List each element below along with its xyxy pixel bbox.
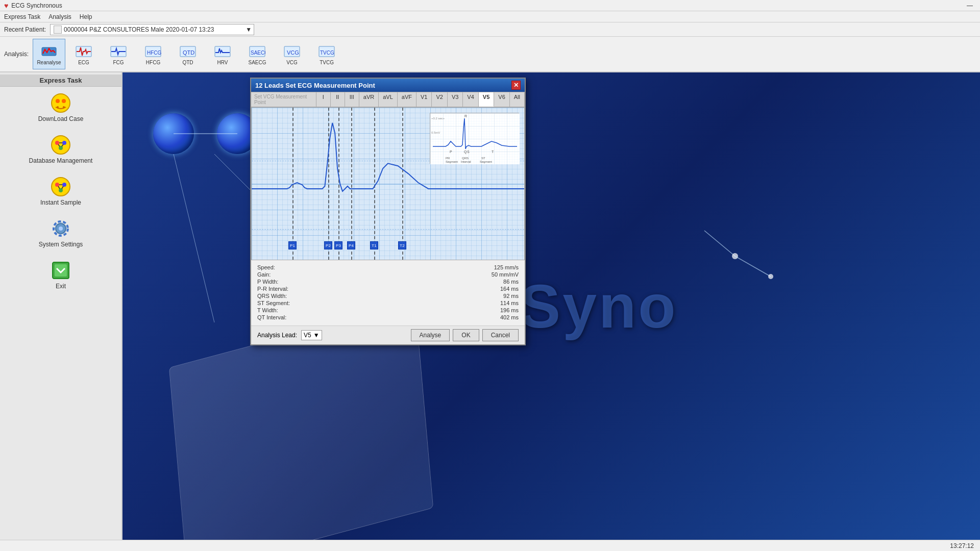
stat-speed-value: 125 mm/s bbox=[494, 264, 519, 270]
tab-I[interactable]: I bbox=[316, 92, 331, 107]
sidebar-item-system-settings[interactable]: System Settings bbox=[12, 212, 109, 254]
mpoint-P1[interactable]: P1 bbox=[288, 241, 297, 249]
dialog-title: 12 Leads Set ECG Measurement Point bbox=[255, 82, 375, 89]
stat-t-width-label: T Width: bbox=[257, 307, 278, 313]
dialog-close-button[interactable]: ✕ bbox=[511, 81, 521, 90]
qtd-label: QTD bbox=[182, 60, 193, 65]
main-area: Express Task DownLoad Case bbox=[0, 72, 980, 540]
tool-qtd[interactable]: QTD QTD bbox=[172, 39, 204, 69]
stat-qrs-width: QRS Width: 92 ms bbox=[257, 293, 519, 299]
sidebar-item-exit[interactable]: Exit bbox=[12, 254, 109, 296]
svg-text:QTD: QTD bbox=[183, 49, 194, 56]
tvcg-label: TVCG bbox=[320, 60, 334, 65]
statusbar: 13:27:12 bbox=[0, 540, 980, 551]
svg-text:HFCG: HFCG bbox=[147, 50, 161, 56]
stat-qt-interval-value: 402 ms bbox=[500, 314, 519, 320]
tool-hrv[interactable]: HRV bbox=[206, 39, 239, 69]
tab-II[interactable]: II bbox=[331, 92, 345, 107]
window-controls[interactable]: — bbox=[964, 2, 976, 9]
stat-gain: Gain: 50 mm/mV bbox=[257, 271, 519, 278]
menu-express-task[interactable]: Express Task bbox=[4, 13, 40, 20]
stat-qrs-width-label: QRS Width: bbox=[257, 293, 287, 299]
tool-tvcg[interactable]: TVCG TVCG bbox=[310, 39, 343, 69]
svg-text:QRS: QRS bbox=[462, 157, 469, 160]
analysis-lead-select[interactable]: V5 ▼ bbox=[301, 330, 322, 340]
ok-button[interactable]: OK bbox=[453, 329, 479, 341]
tool-vcg[interactable]: VCG VCG bbox=[276, 39, 308, 69]
analysis-label: Analysis: bbox=[4, 51, 29, 58]
tab-set-vcg[interactable]: Set VCG Measurement Point bbox=[251, 92, 316, 107]
dialog-content-area: Speed: 125 mm/s Gain: 50 mm/mV P Width: … bbox=[251, 260, 525, 325]
svg-rect-49 bbox=[430, 113, 520, 164]
sidebar-item-download-case[interactable]: DownLoad Case bbox=[12, 87, 109, 129]
recent-patient-bar: Recent Patient: 0000004 P&Z CONSULTORES … bbox=[0, 22, 980, 37]
minimize-button[interactable]: — bbox=[964, 2, 976, 9]
tool-reanalyse[interactable]: Reanalyse bbox=[33, 39, 65, 69]
svg-text:Interval: Interval bbox=[461, 160, 471, 163]
tab-V1[interactable]: V1 bbox=[416, 92, 432, 107]
dialog-bottom-bar: Analysis Lead: V5 ▼ Analyse OK Cancel bbox=[251, 325, 525, 344]
svg-point-21 bbox=[62, 141, 66, 145]
stat-pr-interval-label: P-R Interval: bbox=[257, 286, 288, 292]
menu-analysis[interactable]: Analysis bbox=[48, 13, 71, 20]
saecg-label: SAECG bbox=[249, 60, 266, 65]
sidebar-item-database-mgmt[interactable]: Database Management bbox=[12, 129, 109, 170]
mpoint-T1[interactable]: T1 bbox=[370, 241, 378, 249]
stat-p-width-value: 86 ms bbox=[503, 279, 519, 285]
sidebar-item-instant-sample[interactable]: Instant Sample bbox=[12, 170, 109, 212]
download-case-icon bbox=[51, 93, 71, 113]
tab-aVF[interactable]: aVF bbox=[398, 92, 416, 107]
svg-text:VCG: VCG bbox=[287, 49, 299, 56]
tab-V6[interactable]: V6 bbox=[494, 92, 509, 107]
analyse-button[interactable]: Analyse bbox=[411, 329, 450, 341]
tvcg-icon: TVCG bbox=[318, 43, 335, 60]
instant-sample-icon bbox=[51, 177, 71, 197]
tab-III[interactable]: III bbox=[345, 92, 359, 107]
tab-V2[interactable]: V2 bbox=[432, 92, 447, 107]
app-title: ECG Synchronous bbox=[11, 2, 62, 9]
tab-aVR[interactable]: aVR bbox=[359, 92, 379, 107]
stat-t-width-value: 196 ms bbox=[500, 307, 519, 313]
ecg-inset-diagram: P Q R S T +0.2 sec+ 0.5mV PR Segment QRS… bbox=[430, 113, 519, 164]
tab-V3[interactable]: V3 bbox=[448, 92, 463, 107]
vcg-label: VCG bbox=[286, 60, 298, 65]
stat-pr-interval-value: 164 ms bbox=[500, 286, 519, 292]
tab-V5[interactable]: V5 bbox=[479, 92, 494, 107]
system-settings-icon bbox=[51, 218, 71, 239]
svg-line-45 bbox=[735, 256, 771, 277]
dialog-buttons: Analyse OK Cancel bbox=[411, 329, 519, 341]
tab-aVL[interactable]: aVL bbox=[379, 92, 398, 107]
stat-speed: Speed: 125 mm/s bbox=[257, 264, 519, 270]
cancel-button[interactable]: Cancel bbox=[482, 329, 519, 341]
qtd-icon: QTD bbox=[180, 43, 196, 60]
tool-hfcg[interactable]: HFCG HFCG bbox=[137, 39, 169, 69]
tool-ecg[interactable]: ECG bbox=[67, 39, 100, 69]
svg-point-17 bbox=[57, 106, 59, 108]
mpoint-P2[interactable]: P2 bbox=[324, 241, 332, 249]
recent-patient-label: Recent Patient: bbox=[4, 26, 46, 33]
sidebar: Express Task DownLoad Case bbox=[0, 72, 122, 540]
instant-sample-label: Instant Sample bbox=[40, 199, 81, 206]
svg-text:S: S bbox=[467, 150, 470, 154]
tab-All[interactable]: All bbox=[510, 92, 525, 107]
svg-point-16 bbox=[62, 99, 66, 103]
stat-gain-value: 50 mm/mV bbox=[492, 271, 519, 278]
hrv-label: HRV bbox=[217, 60, 228, 65]
stat-p-width-label: P Width: bbox=[257, 279, 278, 285]
mpoint-P3[interactable]: P3 bbox=[334, 241, 342, 249]
stat-speed-label: Speed: bbox=[257, 264, 275, 270]
tab-V4[interactable]: V4 bbox=[463, 92, 478, 107]
lead-select-arrow: ▼ bbox=[313, 332, 320, 339]
fcg-label: FCG bbox=[113, 60, 124, 65]
svg-point-34 bbox=[59, 227, 63, 231]
ecg-icon bbox=[76, 43, 92, 60]
tool-fcg[interactable]: FCG bbox=[102, 39, 135, 69]
patient-dropdown-arrow[interactable]: ▼ bbox=[246, 26, 252, 33]
mpoint-P4[interactable]: P4 bbox=[347, 241, 355, 249]
svg-point-29 bbox=[59, 188, 63, 192]
patient-select[interactable]: 0000004 P&Z CONSULTORES Male 2020-01-07 … bbox=[50, 24, 254, 35]
svg-text:Segment: Segment bbox=[446, 160, 458, 163]
menu-help[interactable]: Help bbox=[80, 13, 92, 20]
tool-saecg[interactable]: SAECG SAECG bbox=[241, 39, 274, 69]
mpoint-T2[interactable]: T2 bbox=[398, 241, 406, 249]
